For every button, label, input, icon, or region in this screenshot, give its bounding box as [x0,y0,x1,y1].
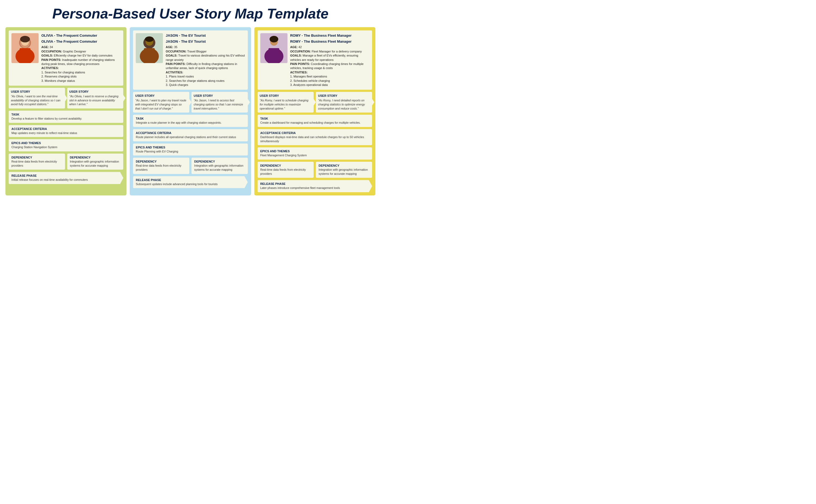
persona-name-romy: ROMY - The Business Fleet Manager [290,33,369,38]
epics-card-romy: EPICS AND THEMESFleet Management Chargin… [257,147,372,160]
dependency-card-romy-0: DEPENDENCYReal-time data feeds from elec… [257,162,314,178]
user-story-text: "As Romy, I want to schedule charging fo… [260,98,312,110]
epics-label: EPICS AND THEMES [136,146,245,149]
task-card-olivia: TASKDevelop a feature to filter stations… [9,111,123,123]
persona-photo-jason [136,33,163,63]
epics-card-jason: EPICS AND THEMESRoute Planning with EV C… [133,144,247,156]
release-label: RELEASE PHASE [11,174,120,177]
dep-text: Real-time data feeds from electricity pr… [11,160,62,167]
dep-text: Real-time data feeds from electricity pr… [260,168,311,176]
task-label: TASK [136,117,245,120]
dep-text: Integration with geographic information … [318,168,369,176]
user-stories-row-olivia: USER STORY"As Olivia, I want to see the … [9,88,123,108]
user-story-label: USER STORY [11,90,63,93]
user-story-olivia-0: USER STORY"As Olivia, I want to see the … [9,88,65,108]
persona-goals: GOALS: Efficiently charge her EV for dai… [41,54,120,58]
acceptance-card-olivia: ACCEPTANCE CRITERIAMap updates every min… [9,125,123,137]
persona-activities: ACTIVITIES:1. Manages fleet operations2.… [290,70,369,87]
dependency-card-romy-1: DEPENDENCYIntegration with geographic in… [316,162,372,178]
column-romy: ROMY - The Business Fleet ManagerROMY - … [254,27,375,195]
user-story-olivia-1: USER STORY"As Olivia, I want to reserve … [67,88,123,108]
epics-text: Fleet Management Charging System [260,153,369,157]
task-label: TASK [260,117,369,120]
dep-label: DEPENDENCY [11,156,62,159]
task-card-jason: TASKIntegrate a route planner in the app… [133,115,247,127]
persona-name-olivia: OLIVIA - The Frequent Commuter [41,39,120,44]
acceptance-label: ACCEPTANCE CRITERIA [260,131,369,135]
persona-info-olivia: OLIVIA - The Frequent CommuterOLIVIA - T… [41,33,120,83]
user-story-jason-0: USER STORY"As Jason, I want to plan my t… [133,92,189,113]
persona-painpoints: PAIN POINTS: Coordinating charging times… [290,62,369,70]
persona-occupation: OCCUPATION: Graphic Designer [41,49,120,54]
persona-painpoints: PAIN POINTS: Difficulty in finding charg… [166,62,245,70]
task-card-romy: TASKCreate a dashboard for managing and … [257,115,372,127]
user-story-text: "As Jason, I need to access fast chargin… [194,98,246,110]
release-card-romy: RELEASE PHASELater phases introduce comp… [257,180,372,192]
dep-text: Real-time data feeds from electricity pr… [136,164,187,172]
svg-rect-6 [20,48,30,56]
user-story-romy-0: USER STORY"As Romy, I want to schedule c… [257,92,314,113]
persona-photo-romy [260,33,287,63]
epics-label: EPICS AND THEMES [260,150,369,153]
persona-info-romy: ROMY - The Business Fleet ManagerROMY - … [290,33,369,87]
dependency-row-olivia: DEPENDENCYReal-time data feeds from elec… [9,154,123,170]
task-text: Integrate a route planner in the app wit… [136,121,245,125]
svg-rect-12 [144,48,155,56]
epics-label: EPICS AND THEMES [11,141,120,145]
dependency-row-romy: DEPENDENCYReal-time data feeds from elec… [257,162,372,178]
dependency-row-jason: DEPENDENCYReal-time data feeds from elec… [133,158,247,174]
dep-label: DEPENDENCY [136,160,187,163]
persona-name-jason: JASON - The EV Tourist [166,33,245,38]
persona-age: AGE: 34 [41,45,120,49]
user-story-text: "As Olivia, I want to reserve a charging… [69,94,121,106]
persona-occupation: OCCUPATION: Fleet Manager for a delivery… [290,49,369,54]
persona-goals: GOALS: Manage a fleet of EVs efficiently… [290,54,369,62]
acceptance-text: Route planner includes all operational c… [136,135,245,139]
dep-label: DEPENDENCY [70,156,121,159]
dep-text: Integration with geographic information … [194,164,245,172]
acceptance-text: Map updates every minute to reflect real… [11,131,120,135]
dependency-card-olivia-0: DEPENDENCYReal-time data feeds from elec… [9,154,65,170]
persona-photo-olivia [11,33,39,63]
release-label: RELEASE PHASE [136,178,245,182]
release-text: Later phases introduce comprehensive fle… [260,186,369,190]
persona-card-jason: JASON - The EV TouristJASON - The EV Tou… [133,30,247,90]
svg-point-5 [20,36,30,42]
dependency-card-jason-0: DEPENDENCYReal-time data feeds from elec… [133,158,189,174]
svg-rect-17 [268,48,279,56]
user-story-label: USER STORY [69,90,121,93]
task-text: Create a dashboard for managing and sche… [260,121,369,125]
acceptance-card-jason: ACCEPTANCE CRITERIARoute planner include… [133,129,247,141]
svg-point-16 [269,36,278,42]
epics-text: Charging Station Navigation System [11,145,120,149]
persona-name-olivia: OLIVIA - The Frequent Commuter [41,33,120,38]
user-story-romy-1: USER STORY"As Romy, I need detailed repo… [316,92,372,113]
persona-card-romy: ROMY - The Business Fleet ManagerROMY - … [257,30,372,90]
dep-label: DEPENDENCY [260,164,311,167]
persona-activities: ACTIVITIES:1. Plans travel routes2. Sear… [166,70,245,87]
column-olivia: OLIVIA - The Frequent CommuterOLIVIA - T… [5,27,126,195]
dep-text: Integration with geographic information … [70,160,121,167]
user-stories-row-jason: USER STORY"As Jason, I want to plan my t… [133,92,247,113]
acceptance-label: ACCEPTANCE CRITERIA [11,127,120,130]
user-story-text: "As Jason, I want to plan my travel rout… [135,98,187,110]
persona-occupation: OCCUPATION: Travel Blogger [166,49,245,54]
page-title: Persona-Based User Story Map Template [5,5,375,22]
persona-painpoints: PAIN POINTS: Inadequate number of chargi… [41,58,120,66]
persona-name-jason: JASON - The EV Tourist [166,39,245,44]
user-story-jason-1: USER STORY"As Jason, I need to access fa… [191,92,248,113]
columns-container: OLIVIA - The Frequent CommuterOLIVIA - T… [5,27,375,195]
persona-age: AGE: 35 [166,45,245,49]
task-label: TASK [11,113,120,116]
dep-label: DEPENDENCY [318,164,369,167]
persona-goals: GOALS: Travel to various destinations us… [166,54,245,62]
persona-activities: ACTIVITIES:1. Searches for charging stat… [41,66,120,83]
user-story-label: USER STORY [318,94,370,97]
persona-card-olivia: OLIVIA - The Frequent CommuterOLIVIA - T… [9,30,123,86]
svg-point-11 [145,36,154,42]
user-story-text: "As Olivia, I want to see the real-time … [11,94,63,106]
persona-info-jason: JASON - The EV TouristJASON - The EV Tou… [166,33,245,87]
user-story-label: USER STORY [135,94,187,97]
column-jason: JASON - The EV TouristJASON - The EV Tou… [130,27,251,195]
user-stories-row-romy: USER STORY"As Romy, I want to schedule c… [257,92,372,113]
